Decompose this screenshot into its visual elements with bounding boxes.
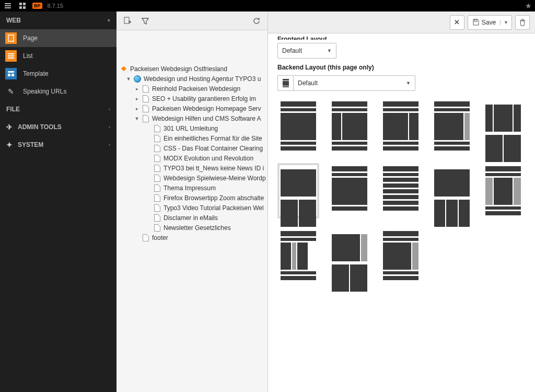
tree-page[interactable]: ▸SEO + Usability garantieren Erfolg im <box>120 94 268 103</box>
layout-option[interactable] <box>482 98 524 154</box>
layout-option[interactable] <box>329 163 370 218</box>
module-label: Template <box>23 70 49 77</box>
template-icon <box>5 68 17 79</box>
module-speaking-urls[interactable]: ✎ Speaking URLs <box>0 83 117 100</box>
speaking-urls-icon: ✎ <box>5 86 17 97</box>
section-web[interactable]: WEB ▾ <box>0 11 117 29</box>
tree-subpage[interactable]: Firefox Browsertipp Zoom abschalte <box>120 193 268 203</box>
close-button[interactable]: ✕ <box>450 15 464 30</box>
svg-rect-3 <box>23 6 26 9</box>
layout-option[interactable] <box>277 163 319 218</box>
layout-option[interactable] <box>380 163 422 218</box>
module-page[interactable]: Page <box>0 29 117 47</box>
tree-page[interactable]: ▸Reinhold Packeisen Webdesign <box>120 84 268 94</box>
page-icon <box>154 155 160 162</box>
svg-rect-5 <box>8 71 14 73</box>
page-icon <box>143 115 149 122</box>
tree-subpage[interactable]: Disclamer in eMails <box>120 213 268 223</box>
bookmark-icon[interactable]: ★ <box>525 2 532 10</box>
tree-label: Typo3 Video Tutorial Packeisen Wel <box>164 204 264 212</box>
layout-option[interactable] <box>329 228 370 283</box>
tree-subpage[interactable]: 301 URL Umleitung <box>120 123 268 133</box>
tree-label: SEO + Usability garantieren Erfolg im <box>152 95 256 102</box>
svg-rect-4 <box>8 35 14 41</box>
page-icon <box>154 214 160 222</box>
tree-subpage[interactable]: Typo3 Video Tutorial Packeisen Wel <box>120 203 268 213</box>
expand-icon[interactable]: ▸ <box>134 86 139 91</box>
tree-label: MODX Evolution und Revolution <box>164 155 253 162</box>
layout-option[interactable] <box>277 228 319 283</box>
section-label: SYSTEM <box>18 141 43 148</box>
tree-subpage[interactable]: Thema Impressum <box>120 183 268 193</box>
save-icon <box>472 19 479 26</box>
save-button[interactable]: Save ▼ <box>468 15 512 30</box>
page-icon <box>154 204 160 212</box>
layout-option[interactable] <box>431 163 473 218</box>
section-system[interactable]: ✦ SYSTEM ‹ <box>0 136 117 154</box>
layout-option[interactable] <box>277 98 319 154</box>
rocket-icon: ✈ <box>6 123 13 131</box>
tree-label: footer <box>152 234 168 241</box>
tree-subpage[interactable]: TYPO3 bei tt_News keine News ID i <box>120 163 268 173</box>
tree-label: Thema Impressum <box>164 185 216 192</box>
tree-subpage[interactable]: Webdesign Spielwiese-Meine Wordp <box>120 173 268 183</box>
save-dropdown[interactable]: ▼ <box>500 20 511 25</box>
tree-subpage[interactable]: MODX Evolution und Revolution <box>120 153 268 163</box>
tree-label: Packeisen Webdesign Homepage Serv <box>152 105 261 112</box>
chevron-down-icon: ▾ <box>108 18 110 23</box>
page-icon <box>154 125 160 132</box>
module-list[interactable]: List <box>0 47 117 65</box>
tree-page[interactable]: ▼Webdesign Hilfen und CMS Software A <box>120 113 268 123</box>
layout-option[interactable] <box>482 163 524 218</box>
section-file[interactable]: FILE ‹ <box>0 100 117 118</box>
delete-button[interactable] <box>515 15 530 30</box>
page-icon <box>154 194 160 202</box>
top-bar: BP 8.7.15 ★ <box>0 0 535 11</box>
page-tree-panel: ❖ Packeisen Webdesign Ostfriesland ▼ Web… <box>117 11 268 392</box>
tree-label: TYPO3 bei tt_News keine News ID i <box>164 165 264 172</box>
layout-option[interactable] <box>431 98 473 154</box>
page-icon <box>5 32 17 44</box>
backend-layout-select[interactable]: Default ▼ <box>293 75 415 91</box>
page-icon <box>154 175 160 182</box>
tree-subpage[interactable]: Newsletter Gesetzliches <box>120 223 268 233</box>
section-label: WEB <box>6 17 21 24</box>
svg-rect-8 <box>124 17 129 24</box>
module-template[interactable]: Template <box>0 65 117 83</box>
tree-subpage[interactable]: Ein einheitliches Format für die Site <box>120 133 268 143</box>
page-icon <box>154 135 160 142</box>
collapse-icon[interactable]: ▼ <box>126 76 131 82</box>
frontend-layout-select[interactable]: Default ▼ <box>277 43 336 59</box>
new-page-button[interactable] <box>121 14 134 28</box>
layout-option[interactable] <box>380 98 422 154</box>
menu-icon[interactable] <box>3 1 13 10</box>
tree-subpage[interactable]: CSS - Das Float Container Clearing <box>120 143 268 153</box>
doc-toolbar: ✕ Save ▼ <box>268 11 535 33</box>
tree-page[interactable]: ▸Packeisen Webdesign Homepage Serv <box>120 103 268 113</box>
globe-icon <box>134 75 141 83</box>
svg-rect-1 <box>23 3 26 5</box>
expand-icon[interactable]: ▸ <box>134 106 139 111</box>
refresh-button[interactable] <box>250 14 263 28</box>
tree-label: Disclamer in eMails <box>164 214 218 222</box>
select-value: Default <box>298 79 318 87</box>
module-sidebar: WEB ▾ Page List Template ✎ Speaking URLs… <box>0 11 117 392</box>
tree-label: CSS - Das Float Container Clearing <box>164 145 263 152</box>
module-label: Speaking URLs <box>23 88 66 95</box>
expand-icon[interactable]: ▼ <box>134 116 139 121</box>
section-admin-tools[interactable]: ✈ ADMIN TOOLS ‹ <box>0 118 117 136</box>
tree-page[interactable]: footer <box>120 233 268 243</box>
expand-icon[interactable]: ▸ <box>134 96 139 101</box>
modules-icon[interactable] <box>18 1 27 10</box>
layout-option[interactable] <box>380 228 422 283</box>
chevron-down-icon: ▼ <box>406 80 411 86</box>
tree-root[interactable]: ❖ Packeisen Webdesign Ostfriesland <box>120 64 268 74</box>
layout-option[interactable] <box>329 98 370 154</box>
tree-site-root[interactable]: ▼ Webdesign und Hosting Agentur TYPO3 u <box>120 74 268 84</box>
backend-layout-label: Backend Layout (this page only) <box>277 64 526 71</box>
save-label: Save <box>482 19 496 26</box>
tree-label: Webdesign Spielwiese-Meine Wordp <box>164 175 266 182</box>
page-icon <box>154 145 160 152</box>
filter-button[interactable] <box>138 14 152 28</box>
tree-label: Ein einheitliches Format für die Site <box>164 135 262 142</box>
